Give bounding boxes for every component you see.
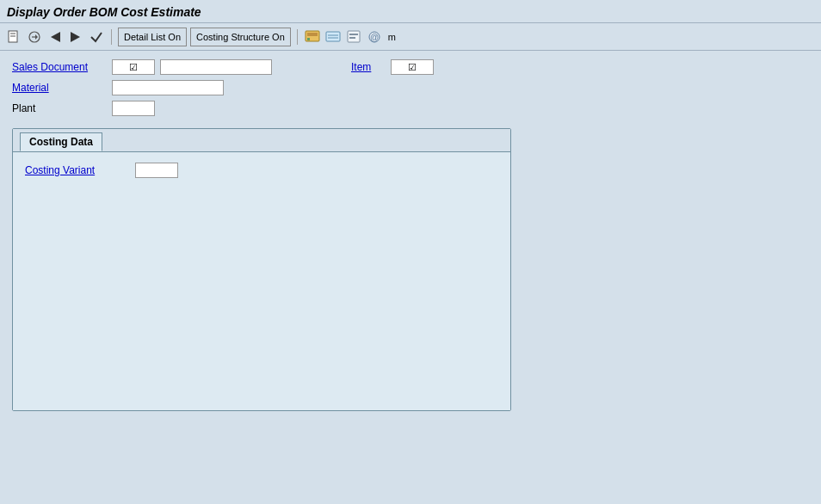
- svg-marker-5: [35, 34, 38, 40]
- content-area: Sales Document ☑ Item ☑ Material Plant C…: [0, 51, 821, 420]
- material-label[interactable]: Material: [12, 82, 107, 94]
- toolbar-icon-1[interactable]: [304, 28, 321, 46]
- tab-header: Costing Data: [13, 129, 510, 152]
- back-icon[interactable]: [46, 28, 64, 46]
- costing-variant-row: Costing Variant: [25, 163, 498, 178]
- material-row: Material: [12, 80, 809, 95]
- toolbar-text-m: m: [386, 32, 398, 42]
- item-label[interactable]: Item: [351, 61, 386, 73]
- svg-rect-16: [349, 37, 355, 39]
- sales-document-input[interactable]: [160, 59, 272, 75]
- svg-rect-9: [307, 33, 318, 36]
- toolbar-icon-2[interactable]: [324, 28, 342, 46]
- svg-text:@: @: [370, 33, 379, 42]
- confirm-icon[interactable]: [88, 28, 105, 46]
- svg-rect-14: [348, 31, 360, 42]
- toolbar-separator-2: [297, 29, 298, 45]
- material-input[interactable]: [112, 80, 224, 95]
- toolbar-icon-3[interactable]: [345, 28, 362, 46]
- toolbar: Detail List On Costing Structure On @ m: [0, 23, 821, 51]
- svg-marker-6: [51, 32, 60, 42]
- costing-variant-input[interactable]: [135, 163, 178, 178]
- costing-variant-label[interactable]: Costing Variant: [25, 164, 128, 176]
- shortcut-icon[interactable]: [26, 28, 43, 46]
- title-bar: Display Order BOM Cost Estimate: [0, 0, 821, 23]
- svg-rect-11: [326, 32, 340, 41]
- sales-document-check[interactable]: ☑: [112, 59, 155, 75]
- toolbar-icon-4[interactable]: @: [366, 28, 383, 46]
- svg-rect-15: [349, 34, 358, 35]
- svg-marker-7: [71, 32, 80, 42]
- page-title: Display Order BOM Cost Estimate: [7, 5, 814, 19]
- detail-list-on-button[interactable]: Detail List On: [118, 28, 187, 46]
- costing-structure-on-button[interactable]: Costing Structure On: [190, 28, 291, 46]
- tab-body-costing-data: Costing Variant: [13, 152, 510, 410]
- item-check[interactable]: ☑: [391, 59, 434, 75]
- forward-icon[interactable]: [67, 28, 84, 46]
- plant-label: Plant: [12, 102, 107, 114]
- tab-costing-data[interactable]: Costing Data: [20, 132, 102, 151]
- toolbar-separator-1: [111, 29, 112, 45]
- plant-row: Plant: [12, 101, 809, 116]
- svg-rect-10: [307, 38, 310, 40]
- plant-input[interactable]: [112, 101, 155, 116]
- sales-document-row: Sales Document ☑ Item ☑: [12, 59, 809, 75]
- new-icon[interactable]: [5, 28, 22, 46]
- tab-container: Costing Data Costing Variant: [12, 128, 511, 411]
- sales-document-label[interactable]: Sales Document: [12, 61, 107, 73]
